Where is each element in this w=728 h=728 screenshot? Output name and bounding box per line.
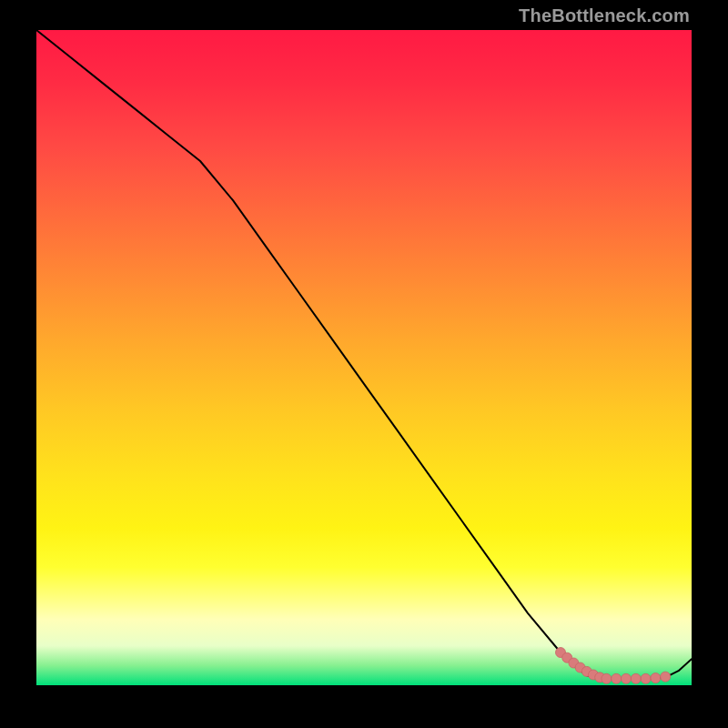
- bottleneck-curve: [36, 30, 692, 679]
- marker-dot: [631, 673, 641, 683]
- marker-dot: [622, 673, 632, 683]
- marker-group: [556, 648, 671, 684]
- marker-dot: [612, 673, 622, 683]
- marker-dot: [641, 673, 651, 683]
- plot-area: [36, 30, 692, 685]
- watermark-label: TheBottleneck.com: [519, 5, 690, 26]
- marker-dot: [651, 673, 661, 683]
- marker-dot: [602, 673, 612, 683]
- marker-dot: [661, 672, 671, 682]
- chart-container: TheBottleneck.com: [0, 0, 728, 728]
- chart-overlay-svg: [36, 30, 692, 685]
